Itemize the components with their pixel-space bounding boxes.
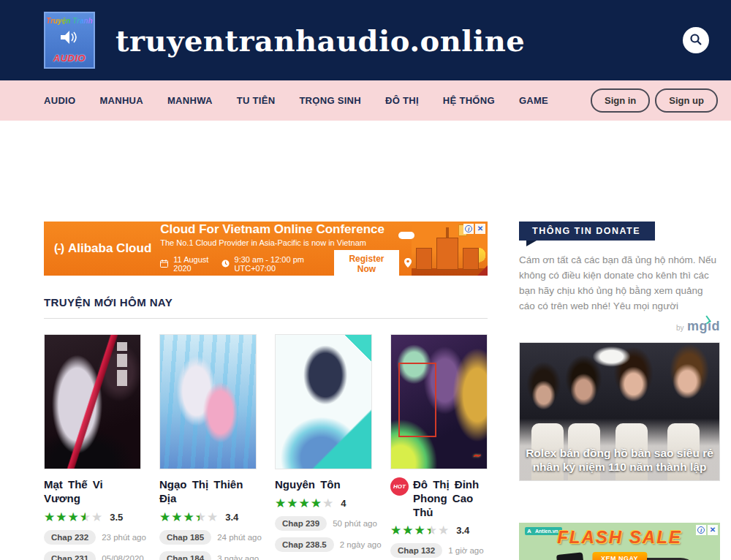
nav-items: AUDIO MANHUA MANHWA TU TIÊN TRỌNG SINH Đ… <box>44 95 548 106</box>
nav-item-manhua[interactable]: MANHUA <box>99 95 143 106</box>
comic-card: Ngạo Thị Thiên Địa ★★★★★★★★★★ 3.4 Chap 1… <box>159 334 257 560</box>
search-icon <box>689 33 702 48</box>
comic-card-grid: Mạt Thế Vi Vương ★★★★★★★★★★ 3.5 Chap 232… <box>44 334 488 560</box>
alibaba-logo: (-) Alibaba Cloud <box>44 241 160 256</box>
mgid-logo[interactable]: mgid <box>687 319 720 333</box>
nav-item-audio[interactable]: AUDIO <box>44 95 75 106</box>
speaker-icon <box>61 31 78 47</box>
calendar-icon <box>160 260 168 268</box>
chapter-time: 2 ngày ago <box>340 540 382 549</box>
native-ad-image[interactable]: Rolex bán đồng hồ bản sao siêu rẻ nhân k… <box>519 342 720 481</box>
nav-item-manhwa[interactable]: MANHWA <box>167 95 213 106</box>
nav-item-tu-tien[interactable]: TU TIÊN <box>237 95 276 106</box>
chapter-link[interactable]: Chap 231 <box>44 551 96 560</box>
chapter-time: 50 phút ago <box>333 519 377 528</box>
star-rating: ★★★★★★★★★★ 3.5 <box>44 511 141 523</box>
rating-value: 3.4 <box>456 525 469 536</box>
content-area: (-) Alibaba Cloud Cloud For Vietnam Onli… <box>44 222 720 560</box>
rating-value: 4 <box>341 498 346 509</box>
ad-headline: Cloud For Vietnam Online Conference <box>160 222 412 237</box>
chapter-row: Chap 185 24 phút ago <box>159 530 257 545</box>
chapter-time: 23 phút ago <box>102 533 146 542</box>
rating-value: 3.4 <box>225 512 238 523</box>
chapter-time: 3 ngày ago <box>217 554 259 560</box>
chapter-link[interactable]: Chap 238.5 <box>275 537 334 552</box>
auth-buttons: Sign in Sign up <box>591 88 718 113</box>
chapter-time: 05/08/2020 <box>102 554 144 560</box>
chapter-link[interactable]: Chap 239 <box>275 516 327 531</box>
chapter-link[interactable]: Chap 132 <box>390 543 442 558</box>
xem-ngay-button[interactable]: XEM NGAY <box>592 552 647 560</box>
comic-title-link[interactable]: Đô Thị Đỉnh Phong Cao Thủ <box>413 478 488 519</box>
alibaba-logo-icon: (-) <box>54 242 64 255</box>
search-button[interactable] <box>683 27 709 53</box>
rating-value: 3.5 <box>110 512 123 523</box>
sign-in-button[interactable]: Sign in <box>591 88 650 113</box>
flash-sale-title: FLASH SALE <box>519 527 720 548</box>
hot-badge: HOT <box>390 477 409 496</box>
chapter-row: Chap 231 05/08/2020 <box>44 551 141 560</box>
location-pin-icon <box>404 258 412 269</box>
chapter-link[interactable]: Chap 185 <box>159 530 211 545</box>
chapter-link[interactable]: Chap 184 <box>159 551 211 560</box>
flash-sale-ad[interactable]: Antien.vn FLASH SALE XEM NGAY i ✕ <box>519 523 720 560</box>
ad-close-icon[interactable]: ✕ <box>475 224 485 234</box>
comic-cover[interactable] <box>44 334 141 469</box>
mgid-attribution: by mgid <box>519 319 720 334</box>
nav-item-game[interactable]: GAME <box>519 95 548 106</box>
chapter-row: Chap 184 3 ngày ago <box>159 551 257 560</box>
main-column: (-) Alibaba Cloud Cloud For Vietnam Onli… <box>44 222 488 560</box>
ad-controls: i ✕ <box>696 525 718 535</box>
ad-time: 9:30 am - 12:00 pm UTC+07:00 <box>235 255 322 273</box>
mgid-by-label: by <box>676 324 684 332</box>
ad-event-details: 11 August 2020 9:30 am - 12:00 pm UTC+07… <box>160 250 412 276</box>
logo-text-top: Truyện Tranh <box>46 17 93 25</box>
comic-title-link[interactable]: Ngạo Thị Thiên Địa <box>159 478 257 506</box>
alibaba-ad-banner[interactable]: (-) Alibaba Cloud Cloud For Vietnam Onli… <box>44 222 488 276</box>
ad-controls: i ✕ <box>463 224 485 234</box>
chapter-link[interactable]: Chap 232 <box>44 530 96 545</box>
nav-item-he-thong[interactable]: HỆ THỐNG <box>443 95 495 106</box>
comic-cover[interactable] <box>275 334 372 469</box>
cloud-shape <box>398 232 414 239</box>
register-now-button[interactable]: Register Now <box>334 250 399 276</box>
chapter-row: Chap 132 1 giờ ago <box>390 543 488 558</box>
ad-close-icon[interactable]: ✕ <box>708 525 718 535</box>
main-nav: AUDIO MANHUA MANHWA TU TIÊN TRỌNG SINH Đ… <box>0 80 731 121</box>
clock-icon <box>221 260 230 268</box>
sidebar: THÔNG TIN DONATE Cám ơn tất cả các bạn đ… <box>519 222 720 560</box>
chapter-time: 1 giờ ago <box>448 546 483 555</box>
ad-info-icon[interactable]: i <box>696 525 706 535</box>
donate-message: Cám ơn tất cả các bạn đã ủng hộ nhóm. Nế… <box>519 253 720 314</box>
alibaba-brand-name: Alibaba Cloud <box>68 241 151 256</box>
site-logo[interactable]: Truyện Tranh AUDIO <box>44 12 95 69</box>
ad-banner-text: Cloud For Vietnam Online Conference The … <box>160 222 412 276</box>
chapter-row: Chap 239 50 phút ago <box>275 516 372 531</box>
section-title: TRUYỆN MỚI HÔM NAY <box>44 296 488 309</box>
chapter-row: Chap 238.5 2 ngày ago <box>275 537 372 552</box>
chapter-time: 24 phút ago <box>217 533 262 542</box>
star-rating: ★★★★★★★★★★ 3.4 <box>390 524 488 537</box>
nav-item-trong-sinh[interactable]: TRỌNG SINH <box>299 95 361 106</box>
comic-cover[interactable]: ~ <box>390 334 488 469</box>
site-header: Truyện Tranh AUDIO truyentranhaudio.onli… <box>0 0 731 80</box>
comic-card: Nguyên Tôn ★★★★★★★★★★ 4 Chap 239 50 phút… <box>275 334 372 560</box>
star-rating: ★★★★★★★★★★ 4 <box>275 497 372 510</box>
chapter-row: Chap 232 23 phút ago <box>44 530 141 545</box>
comic-title-link[interactable]: Nguyên Tôn <box>275 478 341 492</box>
comic-title-link[interactable]: Mạt Thế Vi Vương <box>44 478 141 506</box>
comic-card: Mạt Thế Vi Vương ★★★★★★★★★★ 3.5 Chap 232… <box>44 334 141 560</box>
phone-image <box>556 552 587 560</box>
page-title: truyentranhaudio.online <box>115 23 525 58</box>
comic-card: ~ HOT Đô Thị Đỉnh Phong Cao Thủ ★★★★★★★★… <box>390 334 488 560</box>
sign-up-button[interactable]: Sign up <box>655 88 718 113</box>
comic-cover[interactable] <box>159 334 257 469</box>
ad-info-icon[interactable]: i <box>463 224 474 234</box>
donate-ribbon-heading: THÔNG TIN DONATE <box>519 222 655 241</box>
ad-subline: The No.1 Cloud Provider in Asia-Pacific … <box>160 238 412 247</box>
nav-item-do-thi[interactable]: ĐÔ THỊ <box>385 95 419 106</box>
section-divider <box>44 318 488 319</box>
star-rating: ★★★★★★★★★★ 3.4 <box>159 511 257 523</box>
ad-date: 11 August 2020 <box>173 255 216 273</box>
native-ad-caption[interactable]: Rolex bán đồng hồ bản sao siêu rẻ nhân k… <box>520 446 719 474</box>
